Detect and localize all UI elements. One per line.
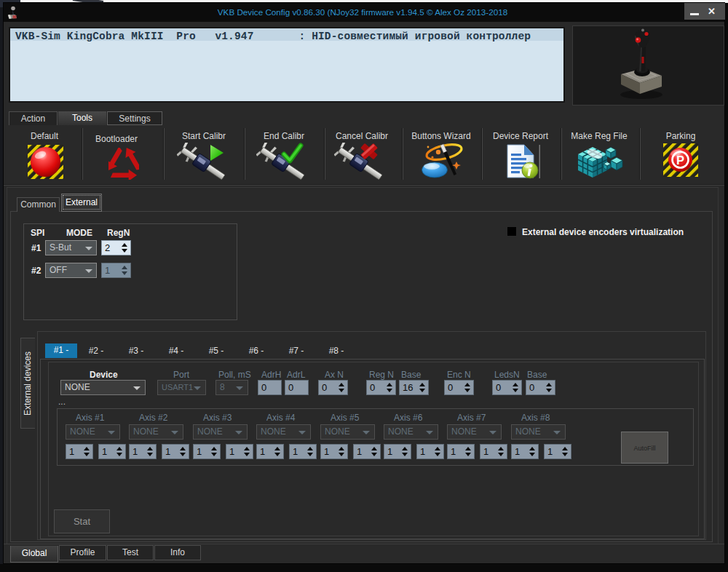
svg-text:P: P bbox=[676, 154, 684, 167]
